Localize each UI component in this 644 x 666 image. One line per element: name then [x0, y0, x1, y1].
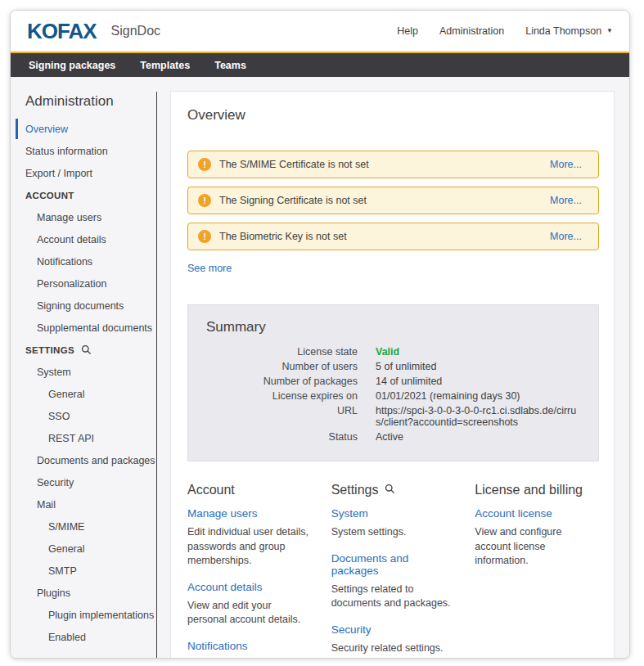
sidebar-item-label: Export / Import — [25, 168, 92, 179]
help-link[interactable]: Help — [397, 25, 418, 37]
sidebar-menu: OverviewStatus informationExport / Impor… — [11, 118, 157, 648]
sidebar-item-manage-users[interactable]: Manage users — [11, 206, 157, 228]
sidebar-item-label: Personalization — [37, 278, 106, 290]
sidebar-item-label: ACCOUNT — [25, 191, 74, 200]
shortcut-desc-documents-and-packages: Settings related to documents and packag… — [331, 583, 456, 611]
summary-label-number-of-users: Number of users — [206, 361, 358, 372]
shortcut-link-documents-and-packages[interactable]: Documents and packages — [331, 552, 456, 577]
sidebar-item-plugin-implementations[interactable]: Plugin implementations — [11, 604, 157, 626]
shortcut-link-manage-users[interactable]: Manage users — [187, 507, 312, 520]
sidebar-item-documents-and-packages[interactable]: Documents and packages — [11, 449, 157, 471]
see-more-link[interactable]: See more — [187, 263, 232, 274]
summary-value-license-state: Valid — [376, 346, 580, 358]
user-menu[interactable]: Linda Thompson ▼ — [525, 25, 613, 37]
summary-label-license-expires-on: License expires on — [206, 390, 358, 402]
summary-value-number-of-users: 5 of unlimited — [376, 361, 580, 372]
search-icon[interactable] — [81, 344, 92, 355]
overview-card: Overview !The S/MIME Certificate is not … — [170, 91, 615, 659]
sidebar-item-supplemental-documents[interactable]: Supplemental documents — [11, 317, 157, 339]
app-window: KOFAX SignDoc Help Administration Linda … — [10, 10, 630, 659]
sidebar-item-label: Mail — [37, 499, 56, 511]
column-settings: SettingsSystemSystem settings.Documents … — [331, 483, 456, 659]
sidebar-item-label: SETTINGS — [25, 345, 74, 355]
body-area: Administration OverviewStatus informatio… — [11, 77, 629, 659]
alert-more-link[interactable]: More... — [550, 159, 588, 170]
column-title-account: Account — [187, 483, 312, 497]
alert-the-signing-certificate-is-not-set: !The Signing Certificate is not setMore.… — [187, 187, 599, 214]
summary-panel: Summary License stateValidNumber of user… — [187, 304, 599, 461]
sidebar-item-label: Enabled — [48, 632, 86, 643]
shortcut-link-notifications[interactable]: Notifications — [187, 640, 312, 652]
chevron-down-icon: ▼ — [606, 28, 613, 34]
alert-more-link[interactable]: More... — [550, 231, 588, 242]
shortcut-columns: AccountManage usersEdit individual user … — [187, 483, 599, 659]
shortcut-link-account-license[interactable]: Account license — [475, 507, 599, 520]
sidebar-item-system[interactable]: System — [11, 361, 157, 383]
summary-label-number-of-packages: Number of packages — [206, 376, 358, 387]
user-name: Linda Thompson — [525, 25, 601, 37]
sidebar-item-label: Manage users — [37, 212, 101, 223]
alert-message: The Signing Certificate is not set — [219, 195, 367, 206]
sidebar-item-mail[interactable]: Mail — [11, 493, 157, 515]
main-nav: Signing packagesTemplatesTeams — [11, 53, 629, 77]
warning-icon: ! — [198, 194, 211, 207]
sidebar-item-label: General — [48, 543, 84, 555]
sidebar-item-account: ACCOUNT — [11, 184, 157, 206]
column-title-label: License and billing — [475, 483, 583, 497]
page-title: Overview — [187, 107, 599, 124]
search-icon[interactable] — [385, 483, 395, 497]
alert-the-s-mime-certificate-is-not-set: !The S/MIME Certificate is not setMore..… — [187, 151, 599, 178]
sidebar-item-plugins[interactable]: Plugins — [11, 582, 157, 604]
sidebar-item-signing-documents[interactable]: Signing documents — [11, 295, 157, 317]
administration-link[interactable]: Administration — [439, 25, 504, 37]
summary-value-url: https://spci-3-0-0-3-0-0-rc1.ci.sdlabs.d… — [376, 405, 580, 428]
column-title-settings: Settings — [331, 483, 456, 497]
sidebar-item-label: General — [48, 389, 84, 400]
sidebar-item-label: SMTP — [48, 565, 77, 577]
sidebar-item-s-mime[interactable]: S/MIME — [11, 515, 157, 538]
shortcut-desc-account-details: View and edit your personal account deta… — [187, 599, 312, 628]
sidebar-item-general[interactable]: General — [11, 538, 157, 560]
warning-icon: ! — [198, 158, 211, 171]
sidebar-item-label: Supplemental documents — [37, 322, 152, 334]
column-license-and-billing: License and billingAccount licenseView a… — [475, 483, 599, 659]
sidebar-item-label: Documents and packages — [37, 455, 155, 466]
sidebar-item-label: Security — [37, 477, 74, 488]
column-title-label: Settings — [331, 483, 379, 497]
sidebar-item-label: Plugin implementations — [48, 610, 154, 621]
sidebar-item-status-information[interactable]: Status information — [11, 140, 157, 162]
summary-rows: License stateValidNumber of users5 of un… — [206, 346, 580, 443]
alert-message: The Biometric Key is not set — [219, 231, 347, 242]
sidebar: Administration OverviewStatus informatio… — [11, 77, 157, 659]
sidebar-item-personalization[interactable]: Personalization — [11, 272, 157, 295]
nav-tab-templates[interactable]: Templates — [140, 60, 190, 71]
sidebar-item-label: S/MIME — [48, 521, 84, 533]
alert-more-link[interactable]: More... — [550, 195, 588, 206]
summary-label-url: URL — [206, 405, 358, 428]
sidebar-item-label: SSO — [48, 411, 70, 422]
shortcut-desc-system: System settings. — [331, 525, 456, 540]
sidebar-item-notifications[interactable]: Notifications — [11, 250, 157, 272]
sidebar-item-export-import[interactable]: Export / Import — [11, 162, 157, 184]
shortcut-desc-account-license: View and configure account license infor… — [475, 525, 599, 569]
shortcut-link-security[interactable]: Security — [331, 623, 456, 636]
alert-list: !The S/MIME Certificate is not setMore..… — [187, 151, 599, 250]
sidebar-item-rest-api[interactable]: REST API — [11, 427, 157, 449]
sidebar-item-security[interactable]: Security — [11, 471, 157, 493]
sidebar-item-overview[interactable]: Overview — [11, 118, 157, 140]
sidebar-item-label: Overview — [25, 124, 68, 135]
column-title-label: Account — [187, 483, 235, 497]
sidebar-item-general[interactable]: General — [11, 383, 157, 405]
summary-title: Summary — [206, 319, 580, 335]
sidebar-item-smtp[interactable]: SMTP — [11, 560, 157, 582]
shortcut-link-system[interactable]: System — [331, 507, 456, 520]
shortcut-link-account-details[interactable]: Account details — [187, 581, 312, 593]
sidebar-item-label: Status information — [25, 146, 108, 157]
nav-tab-teams[interactable]: Teams — [214, 60, 246, 71]
sidebar-item-settings: SETTINGS — [11, 339, 157, 361]
sidebar-item-account-details[interactable]: Account details — [11, 228, 157, 250]
nav-tab-signing-packages[interactable]: Signing packages — [29, 60, 115, 71]
summary-value-status: Active — [376, 431, 580, 443]
sidebar-item-sso[interactable]: SSO — [11, 405, 157, 427]
sidebar-item-enabled[interactable]: Enabled — [11, 626, 157, 648]
